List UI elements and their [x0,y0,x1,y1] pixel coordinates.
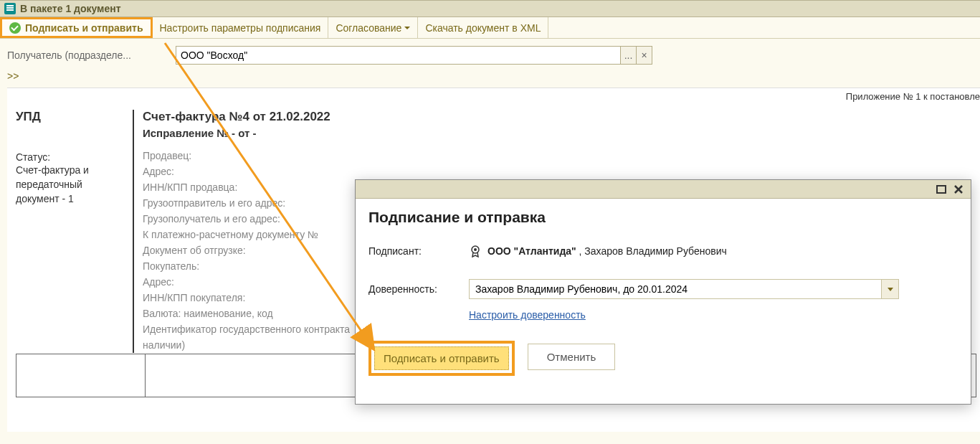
poa-select[interactable] [469,279,899,299]
signer-person: , Захаров Владимир Рубенович [576,245,727,257]
status-value: Счет-фактура и передаточный документ - 1 [16,163,127,206]
correction-line: Исправление № - от - [143,127,980,139]
svg-point-2 [474,248,477,251]
signer-label: Подписант: [368,245,469,257]
recipient-row: Получатель (подразделе... ... × [0,39,980,69]
cancel-button[interactable]: Отменить [528,344,616,370]
sign-send-button[interactable]: Подписать и отправить [0,17,153,38]
poa-label: Доверенность: [368,283,469,295]
recipient-input-wrap: ... × [176,46,652,65]
maximize-button[interactable] [933,183,949,196]
recipient-input[interactable] [176,47,620,64]
maximize-icon [936,185,946,194]
svg-rect-0 [937,186,946,193]
field-address1: Адрес: [143,164,980,179]
invoice-title: Счет-фактура №4 от 21.02.2022 [143,110,980,124]
config-sign-button[interactable]: Настроить параметры подписания [153,17,329,38]
ribbon-icon [469,245,482,258]
annex-text: Приложение № 1 к постановле [846,91,980,102]
close-icon [953,184,964,194]
window-titlebar: В пакете 1 документ [0,0,980,17]
signer-org: ООО "Атлантида" [487,245,576,257]
approval-dropdown[interactable]: Согласование [328,17,418,38]
configure-poa-link[interactable]: Настроить доверенность [469,309,586,321]
field-seller: Продавец: [143,148,980,164]
breadcrumb[interactable]: >> [0,69,980,88]
title: В пакете 1 документ [20,3,121,14]
chevron-down-icon[interactable] [881,280,898,298]
recipient-label: Получатель (подразделе... [7,49,176,61]
sign-modal: Подписание и отправка Подписант: ООО "Ат… [355,179,971,405]
approval-label: Согласование [336,22,401,34]
close-button[interactable] [951,183,966,196]
poa-input[interactable] [470,280,881,298]
recipient-clear-button[interactable]: × [636,47,652,64]
sign-send-button[interactable]: Подписать и отправить [374,346,509,370]
sign-send-label: Подписать и отправить [25,22,143,34]
config-sign-label: Настроить параметры подписания [160,22,321,34]
chevron-down-icon [404,27,410,29]
recipient-lookup-button[interactable]: ... [620,47,636,64]
download-xml-label: Скачать документ в XML [425,22,541,34]
upd-label: УПД [16,110,127,124]
checkmark-icon [9,22,21,34]
modal-title: Подписание и отправка [368,209,958,226]
doc-icon [4,3,16,14]
toolbar: Подписать и отправить Настроить параметр… [0,17,980,39]
doc-icon [360,184,371,195]
download-xml-button[interactable]: Скачать документ в XML [418,17,548,38]
signer-value: ООО "Атлантида" , Захаров Владимир Рубен… [487,245,727,257]
status-label: Статус: [16,151,127,163]
sign-send-highlight: Подписать и отправить [368,341,515,376]
